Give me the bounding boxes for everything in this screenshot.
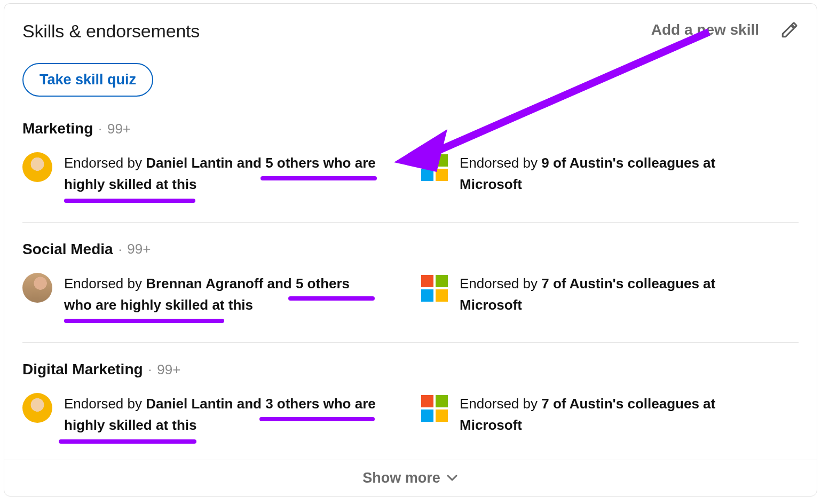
pencil-icon[interactable] bbox=[780, 21, 799, 39]
endorse-prefix: Endorsed by bbox=[460, 396, 541, 412]
skill-block: Marketing · 99+ Endorsed by Daniel Lanti… bbox=[22, 120, 799, 219]
skill-name[interactable]: Digital Marketing bbox=[22, 361, 143, 378]
section-title: Skills & endorsements bbox=[22, 21, 200, 42]
skill-title-row: Digital Marketing · 99+ bbox=[22, 361, 799, 378]
company-endorsement[interactable]: Endorsed by 7 of Austin's colleagues at … bbox=[421, 273, 799, 324]
endorsement-row: Endorsed by Brennan Agranoff and 5 other… bbox=[22, 273, 799, 324]
skills-panel: Skills & endorsements Add a new skill Ta… bbox=[4, 3, 817, 497]
endorsement-count[interactable]: 99+ bbox=[107, 121, 131, 137]
endorsement-text: Endorsed by Daniel Lantin and 5 others w… bbox=[64, 152, 379, 203]
section-header: Skills & endorsements Add a new skill bbox=[22, 21, 799, 42]
annotation-underline bbox=[64, 319, 224, 323]
endorsement-text: Endorsed by 7 of Austin's colleagues at … bbox=[460, 273, 775, 316]
show-more-button[interactable]: Show more bbox=[4, 460, 817, 496]
endorsement-row: Endorsed by Daniel Lantin and 3 others w… bbox=[22, 393, 799, 444]
endorsement-count[interactable]: 99+ bbox=[157, 361, 180, 378]
endorse-prefix: Endorsed by bbox=[460, 275, 541, 292]
microsoft-logo-icon bbox=[421, 275, 448, 302]
endorsement-text: Endorsed by 9 of Austin's colleagues at … bbox=[460, 152, 775, 195]
header-actions: Add a new skill bbox=[651, 21, 799, 39]
person-endorsement[interactable]: Endorsed by Daniel Lantin and 3 others w… bbox=[22, 393, 400, 444]
person-endorsement[interactable]: Endorsed by Brennan Agranoff and 5 other… bbox=[22, 273, 400, 324]
skill-block: Digital Marketing · 99+ Endorsed by Dani… bbox=[22, 342, 799, 460]
show-more-label: Show more bbox=[362, 470, 440, 486]
skill-title-row: Social Media · 99+ bbox=[22, 241, 799, 258]
endorser-avatar bbox=[22, 152, 52, 182]
endorsement-text: Endorsed by Daniel Lantin and 3 others w… bbox=[64, 393, 379, 444]
company-endorsement[interactable]: Endorsed by 9 of Austin's colleagues at … bbox=[421, 152, 799, 203]
endorse-prefix: Endorsed by bbox=[460, 155, 541, 171]
separator-dot: · bbox=[119, 242, 122, 257]
skill-block: Social Media · 99+ Endorsed by Brennan A… bbox=[22, 222, 799, 340]
annotation-underline bbox=[260, 176, 377, 180]
endorsement-text: Endorsed by 7 of Austin's colleagues at … bbox=[460, 393, 775, 436]
skill-name[interactable]: Marketing bbox=[22, 120, 93, 137]
endorsement-count[interactable]: 99+ bbox=[127, 241, 151, 257]
microsoft-logo-icon bbox=[421, 154, 448, 181]
person-endorsement[interactable]: Endorsed by Daniel Lantin and 5 others w… bbox=[22, 152, 400, 203]
chevron-down-icon bbox=[446, 471, 459, 484]
annotation-underline bbox=[288, 296, 375, 301]
annotation-underline bbox=[259, 417, 375, 421]
endorsement-row: Endorsed by Daniel Lantin and 5 others w… bbox=[22, 152, 799, 203]
company-endorsement[interactable]: Endorsed by 7 of Austin's colleagues at … bbox=[421, 393, 799, 444]
endorsement-text: Endorsed by Brennan Agranoff and 5 other… bbox=[64, 273, 379, 324]
separator-dot: · bbox=[148, 362, 152, 377]
separator-dot: · bbox=[98, 121, 102, 136]
endorser-avatar bbox=[22, 273, 52, 303]
skill-name[interactable]: Social Media bbox=[22, 241, 113, 258]
skill-title-row: Marketing · 99+ bbox=[22, 120, 799, 137]
microsoft-logo-icon bbox=[421, 395, 448, 422]
annotation-underline bbox=[59, 439, 196, 444]
annotation-underline bbox=[64, 199, 195, 203]
endorser-avatar bbox=[22, 393, 52, 423]
add-skill-link[interactable]: Add a new skill bbox=[651, 21, 759, 38]
take-skill-quiz-button[interactable]: Take skill quiz bbox=[22, 63, 153, 97]
